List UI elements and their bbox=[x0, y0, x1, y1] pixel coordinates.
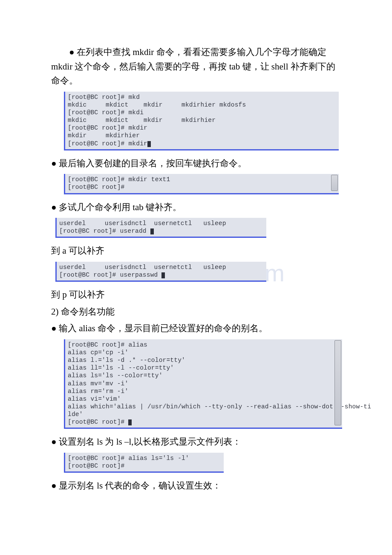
terminal-content: userdel userisdnctl usernetctl usleep [r… bbox=[59, 220, 264, 235]
paragraph-9: ● 显示别名 ls 代表的命令，确认设置生效： bbox=[51, 479, 341, 493]
cursor-icon bbox=[128, 419, 132, 425]
terminal-alias-list: [root@BC root]# alias alias cp='cp -i' a… bbox=[64, 339, 342, 429]
terminal-content: userdel userisdnctl usernetctl usleep [r… bbox=[59, 263, 264, 279]
terminal-content: [root@BC root]# mkd mkdic mkdict mkdir m… bbox=[68, 93, 336, 147]
terminal-mkdir-text1: [root@BC root]# mkdir text1 [root@BC roo… bbox=[64, 174, 339, 194]
cursor-icon bbox=[161, 272, 165, 278]
terminal-mkdir-tab: [root@BC root]# mkd mkdic mkdict mkdir m… bbox=[64, 92, 339, 150]
scroll-down-icon[interactable]: ▾ bbox=[331, 185, 337, 191]
paragraph-7: ● 输入 alias 命令，显示目前已经设置好的命令的别名。 bbox=[51, 321, 341, 336]
terminal-useradd: userdel userisdnctl usernetctl usleep [r… bbox=[55, 218, 266, 238]
paragraph-4: 到 a 可以补齐 bbox=[51, 244, 341, 258]
terminal-content: [root@BC root]# mkdir text1 [root@BC roo… bbox=[68, 176, 336, 191]
paragraph-5: 到 p 可以补齐 bbox=[51, 288, 341, 302]
terminal-userpasswd: userdel userisdnctl usernetctl usleep [r… bbox=[55, 262, 266, 282]
scroll-down-icon[interactable]: ▾ bbox=[335, 419, 341, 425]
paragraph-8: ● 设置别名 ls 为 ls –l,以长格形式显示文件列表： bbox=[51, 435, 341, 449]
paragraph-6: 2) 命令别名功能 bbox=[51, 305, 341, 319]
terminal-content: [root@BC root]# alias ls='ls -l' [root@B… bbox=[68, 454, 221, 470]
terminal-content: [root@BC root]# alias alias cp='cp -i' a… bbox=[68, 341, 340, 426]
cursor-icon bbox=[150, 228, 154, 234]
cursor-icon bbox=[147, 141, 151, 147]
paragraph-3: ● 多试几个命令利用 tab 键补齐。 bbox=[51, 200, 341, 215]
terminal-alias-set: [root@BC root]# alias ls='ls -l' [root@B… bbox=[64, 453, 224, 473]
paragraph-1: ● 在列表中查找 mkdir 命令，看看还需要多输入几个字母才能确定 mkdir… bbox=[51, 45, 341, 88]
paragraph-2: ● 最后输入要创建的目录名，按回车键执行命令。 bbox=[51, 156, 341, 171]
